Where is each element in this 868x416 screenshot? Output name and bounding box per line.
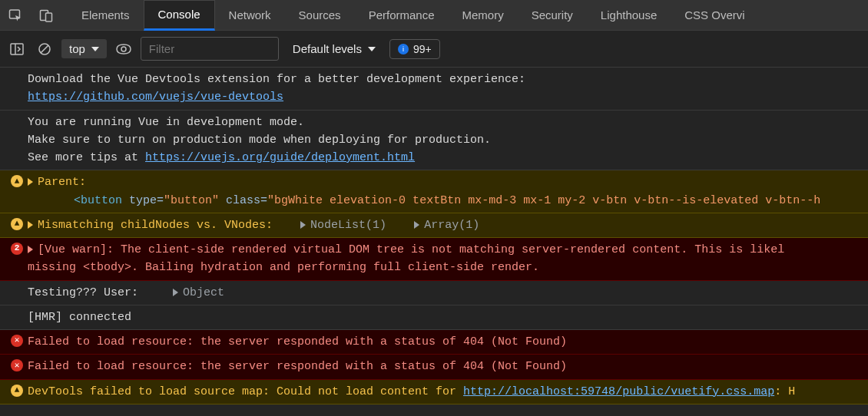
issues-count: 99+ bbox=[413, 43, 432, 55]
html-attr-val: "button" bbox=[164, 194, 219, 207]
log-text: [Vue warn]: The client-side rendered vir… bbox=[38, 243, 784, 256]
log-object[interactable]: NodeList(1) bbox=[310, 219, 386, 232]
log-row-warning[interactable]: ▲ Parent: <button type="button" class="b… bbox=[0, 170, 868, 213]
warning-icon: ▲ bbox=[11, 218, 23, 230]
warning-icon: ▲ bbox=[11, 385, 23, 397]
svg-point-7 bbox=[121, 47, 126, 51]
log-text: Failed to load resource: the server resp… bbox=[28, 335, 567, 348]
error-icon: ✕ bbox=[11, 359, 23, 371]
filter-input[interactable] bbox=[141, 37, 279, 61]
svg-line-6 bbox=[41, 45, 48, 53]
log-object[interactable]: Array(1) bbox=[424, 219, 479, 232]
chevron-down-icon bbox=[91, 47, 99, 51]
context-selector[interactable]: top bbox=[61, 39, 107, 58]
html-attr-val: "bgWhite elevation-0 textBtn mx-md-3 mx-… bbox=[267, 194, 820, 207]
expand-caret-icon[interactable] bbox=[300, 221, 306, 229]
log-row-info[interactable]: You are running Vue in development mode.… bbox=[0, 111, 868, 171]
log-object[interactable]: Object bbox=[183, 286, 224, 299]
log-text: [HMR] connected bbox=[28, 311, 131, 324]
log-row-info[interactable]: [HMR] connected bbox=[0, 305, 868, 330]
tab-network[interactable]: Network bbox=[215, 0, 285, 31]
log-row-info[interactable]: Testing??? User: Object bbox=[0, 281, 868, 305]
expand-caret-icon[interactable] bbox=[414, 221, 419, 229]
levels-label: Default levels bbox=[293, 42, 362, 55]
log-text: See more tips at bbox=[28, 151, 145, 164]
console-log-list: Download the Vue Devtools extension for … bbox=[0, 68, 868, 404]
log-text: missing <tbody>. Bailing hydration and p… bbox=[28, 261, 539, 274]
issues-dot-icon: i bbox=[398, 44, 409, 54]
console-toolbar: top Default levels i 99+ bbox=[0, 31, 868, 68]
tab-lighthouse[interactable]: Lighthouse bbox=[587, 0, 671, 31]
device-toolbar-icon[interactable] bbox=[31, 0, 61, 31]
log-text: : H bbox=[774, 385, 795, 398]
tab-elements[interactable]: Elements bbox=[68, 0, 144, 31]
devtools-tabbar: Elements Console Network Sources Perform… bbox=[0, 0, 868, 31]
log-text: Make sure to turn on production mode whe… bbox=[28, 134, 491, 147]
html-attr-name: class= bbox=[226, 194, 267, 207]
context-label: top bbox=[69, 42, 85, 55]
svg-rect-2 bbox=[46, 13, 52, 21]
html-attr-name: type= bbox=[129, 194, 164, 207]
log-link[interactable]: http://localhost:59748/public/vuetify.cs… bbox=[463, 385, 774, 398]
html-tag: <button bbox=[74, 194, 122, 207]
log-row-info[interactable]: Download the Vue Devtools extension for … bbox=[0, 68, 868, 111]
log-label: Mismatching childNodes vs. VNodes: bbox=[38, 219, 273, 232]
log-text: DevTools failed to load source map: Coul… bbox=[28, 385, 463, 398]
tab-performance[interactable]: Performance bbox=[355, 0, 449, 31]
log-text: Failed to load resource: the server resp… bbox=[28, 360, 567, 373]
log-levels-selector[interactable]: Default levels bbox=[285, 39, 383, 58]
expand-caret-icon[interactable] bbox=[28, 221, 33, 229]
expand-caret-icon[interactable] bbox=[28, 246, 33, 253]
expand-caret-icon[interactable] bbox=[173, 289, 178, 296]
tab-memory[interactable]: Memory bbox=[449, 0, 518, 31]
log-text: Download the Vue Devtools extension for … bbox=[28, 73, 525, 86]
log-label: Testing??? User: bbox=[28, 286, 138, 299]
log-link[interactable]: https://vuejs.org/guide/deployment.html bbox=[145, 151, 415, 164]
expand-caret-icon[interactable] bbox=[28, 178, 33, 186]
log-row-error[interactable]: ✕ Failed to load resource: the server re… bbox=[0, 355, 868, 379]
tab-css-overview[interactable]: CSS Overvi bbox=[671, 0, 758, 31]
warning-icon: ▲ bbox=[11, 175, 23, 187]
log-row-error[interactable]: ✕ Failed to load resource: the server re… bbox=[0, 330, 868, 355]
log-label: Parent: bbox=[38, 176, 86, 189]
issues-badge[interactable]: i 99+ bbox=[389, 39, 440, 59]
log-row-error[interactable]: 2 [Vue warn]: The client-side rendered v… bbox=[0, 238, 868, 281]
inspect-element-icon[interactable] bbox=[0, 0, 31, 31]
log-row-warning[interactable]: ▲ Mismatching childNodes vs. VNodes: Nod… bbox=[0, 213, 868, 238]
error-icon: ✕ bbox=[11, 335, 23, 347]
tab-console[interactable]: Console bbox=[144, 0, 215, 31]
tab-sources[interactable]: Sources bbox=[285, 0, 355, 31]
log-link[interactable]: https://github.com/vuejs/vue-devtools bbox=[28, 91, 283, 104]
live-expression-icon[interactable] bbox=[113, 38, 134, 60]
clear-console-icon[interactable] bbox=[34, 38, 55, 60]
log-row-warning[interactable]: ▲ DevTools failed to load source map: Co… bbox=[0, 380, 868, 404]
chevron-down-icon bbox=[368, 47, 376, 51]
error-count-badge: 2 bbox=[11, 243, 23, 255]
log-text: You are running Vue in development mode. bbox=[28, 116, 304, 129]
tab-security[interactable]: Security bbox=[518, 0, 587, 31]
svg-rect-3 bbox=[11, 44, 23, 54]
toggle-sidebar-icon[interactable] bbox=[6, 38, 28, 60]
